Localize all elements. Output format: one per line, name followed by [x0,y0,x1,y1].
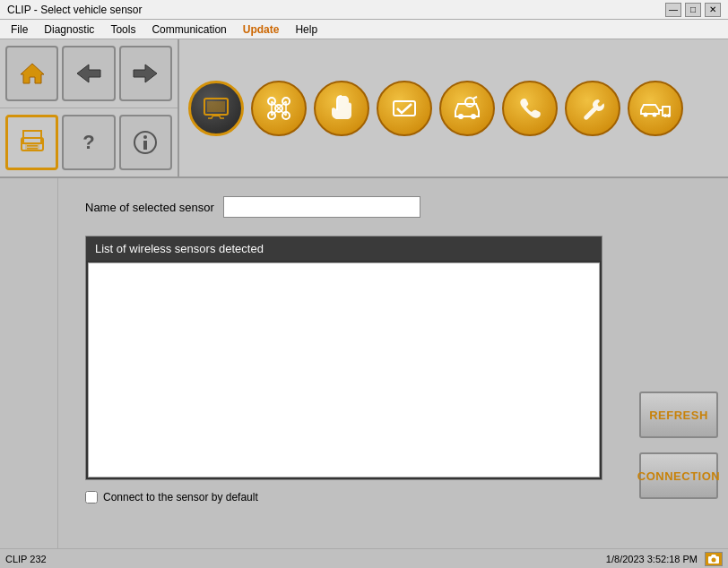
menu-diagnostic[interactable]: Diagnostic [37,22,101,38]
info-icon [133,130,158,155]
menu-bar: File Diagnostic Tools Communication Upda… [0,20,728,39]
wrench-icon [580,96,605,121]
print-button[interactable] [5,115,58,170]
window-title: CLIP - Select vehicle sensor [7,4,143,16]
svg-point-33 [663,114,667,117]
toolbar-tools [179,39,728,176]
checkbox-label[interactable]: Connect to the sensor by default [103,491,258,503]
sensors-list-body[interactable] [88,262,600,478]
svg-marker-0 [21,64,44,83]
touch-icon [329,94,354,123]
checkbox-row: Connect to the sensor by default [85,491,602,503]
question-icon: ? [82,131,94,154]
phone-icon [517,96,542,121]
help-button[interactable]: ? [62,115,115,170]
camera-status-icon [707,554,720,564]
sensor-name-row: Name of selected sensor [85,196,602,218]
svg-marker-37 [711,555,716,556]
status-bar: CLIP 232 1/8/2023 3:52:18 PM [0,548,728,568]
sensors-list-header: List of wireless sensors detected [86,237,602,261]
datetime-label: 1/8/2023 3:52:18 PM [606,554,698,564]
car-search-icon [452,95,482,122]
toolbar-left: ? [0,39,179,176]
connection-button[interactable]: CONNECTION [639,452,718,499]
menu-communication[interactable]: Communication [144,22,233,38]
version-label: CLIP 232 [5,554,47,564]
svg-point-9 [143,135,147,139]
car-search-button[interactable] [439,81,495,136]
svg-rect-12 [207,101,225,112]
sensor-name-label: Name of selected sensor [85,201,214,214]
back-button[interactable] [62,46,115,101]
sensors-list-container: List of wireless sensors detected [85,236,602,480]
toolbar: ? [0,39,728,178]
svg-rect-25 [394,101,415,116]
menu-update[interactable]: Update [236,22,287,38]
touch-button[interactable] [314,81,369,136]
check-button[interactable] [377,81,432,136]
title-bar: CLIP - Select vehicle sensor — □ ✕ [0,0,728,20]
svg-rect-6 [27,145,38,147]
svg-point-28 [465,98,474,107]
svg-rect-7 [27,148,38,150]
menu-file[interactable]: File [4,22,35,38]
minimize-button[interactable]: — [665,3,681,17]
wrench-button[interactable] [565,81,620,136]
svg-rect-10 [143,141,147,150]
svg-line-29 [473,97,477,99]
print-icon [19,130,46,155]
window-controls: — □ ✕ [665,3,721,17]
close-button[interactable]: ✕ [705,3,721,17]
svg-point-36 [712,557,716,562]
camera-icon [705,552,723,566]
check-icon [390,94,419,123]
main-area: Name of selected sensor List of wireless… [0,178,728,548]
svg-marker-1 [77,65,100,82]
svg-rect-13 [213,115,219,116]
refresh-button[interactable]: REFRESH [639,392,718,438]
svg-marker-2 [134,65,157,82]
car-tow-button[interactable] [628,81,683,136]
toolbar-side-row: ? [0,108,178,176]
menu-tools[interactable]: Tools [103,22,143,38]
back-arrow-icon [76,64,101,83]
svg-point-34 [667,114,671,117]
car-screen-icon [201,95,231,122]
content-area: Name of selected sensor List of wireless… [58,178,629,548]
phone-button[interactable] [502,81,558,136]
home-icon [19,62,46,85]
maximize-button[interactable]: □ [685,3,701,17]
menu-help[interactable]: Help [288,22,325,38]
forward-button[interactable] [119,46,172,101]
sensor-name-input[interactable] [223,196,420,218]
svg-point-26 [458,114,464,119]
transmission-icon [264,94,293,123]
svg-point-31 [653,112,657,116]
transmission-button[interactable] [251,81,307,136]
toolbar-nav-row [0,39,178,108]
left-sidebar [0,178,58,548]
svg-point-30 [644,112,648,116]
car-screen-button[interactable] [188,81,244,136]
svg-point-27 [471,114,476,119]
default-connect-checkbox[interactable] [85,491,98,503]
forward-arrow-icon [133,64,158,83]
svg-rect-5 [25,143,39,151]
right-panel: REFRESH CONNECTION [629,178,728,548]
car-tow-icon [639,96,672,121]
status-right: 1/8/2023 3:52:18 PM [606,552,723,566]
info-button[interactable] [119,115,172,170]
home-button[interactable] [5,46,58,101]
